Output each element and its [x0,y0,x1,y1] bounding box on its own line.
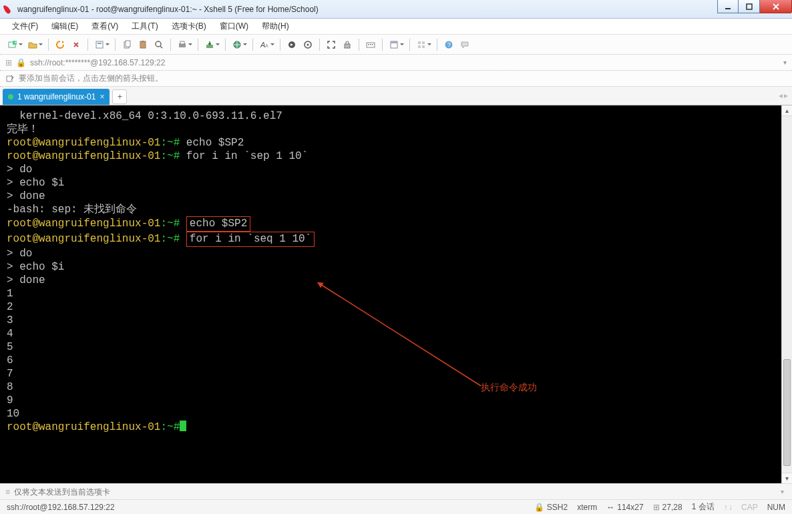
scrollbar-thumb[interactable] [783,359,791,466]
scroll-down-icon[interactable]: ▾ [782,473,792,483]
properties-button[interactable] [92,37,107,52]
toolbar-separator [225,39,226,51]
terminal-line: root@wangruifenglinux-01:~# for i in `se… [7,232,775,247]
comment-button[interactable] [457,37,472,52]
send-menu-icon[interactable]: ≡ [5,487,10,497]
session-tab[interactable]: 1 wangruifenglinux-01 × [3,89,110,105]
address-input[interactable] [30,58,779,67]
cursor-icon [180,421,186,431]
send-dropdown-icon[interactable]: ▾ [778,488,787,495]
vertical-scrollbar[interactable]: ▴ ▾ [781,105,792,483]
toolbar-separator [280,39,280,51]
toolbar-separator [87,39,88,51]
print-button[interactable] [175,37,190,52]
status-bar: ssh://root@192.168.57.129:22 🔒SSH2 xterm… [0,499,792,514]
keyboard-button[interactable] [363,37,378,52]
send-input[interactable] [14,487,774,497]
toolbar-separator [115,39,116,51]
maximize-button[interactable] [739,0,760,13]
terminal-line: 9 [7,394,775,407]
toolbar-separator [170,39,171,51]
svg-rect-25 [372,44,373,45]
add-session-icon[interactable] [5,74,15,83]
status-connection: ssh://root@192.168.57.129:22 [7,503,525,512]
terminal-line: 7 [7,367,775,380]
tab-add-button[interactable]: + [112,89,127,104]
tab-next-icon[interactable]: ▸ [784,91,788,100]
address-bar: ⊞ 🔒 ▾ [0,55,792,71]
terminal-area: kernel-devel.x86_64 0:3.10.0-693.11.6.el… [0,105,792,483]
script-button[interactable] [284,37,299,52]
help-button[interactable]: ? [441,37,456,52]
window-title: wangruifenglinux-01 - root@wangruifengli… [17,5,789,14]
addr-expand-icon[interactable]: ⊞ [5,58,12,67]
transfer-button[interactable] [202,37,217,52]
svg-text:A: A [265,43,268,48]
menubar: 文件(F) 编辑(E) 查看(V) 工具(T) 选项卡(B) 窗口(W) 帮助(… [0,19,792,35]
svg-rect-28 [418,41,421,44]
terminal-line: 2 [7,300,775,314]
svg-rect-9 [140,41,146,48]
menu-window[interactable]: 窗口(W) [214,19,254,33]
layout-button[interactable] [387,37,401,52]
menu-file[interactable]: 文件(F) [7,19,43,33]
status-protocol: 🔒SSH2 [534,503,568,512]
size-icon: ↔ [606,503,614,512]
svg-rect-13 [180,41,184,44]
address-dropdown-icon[interactable]: ▾ [783,59,787,66]
titlebar: wangruifenglinux-01 - root@wangruifengli… [0,0,792,19]
reconnect-button[interactable] [53,37,67,52]
terminal-line: > done [7,190,775,203]
close-button[interactable] [760,0,792,13]
status-sessions: 1 会话 [692,501,715,513]
copy-button[interactable] [120,37,134,52]
fullscreen-button[interactable] [324,37,339,52]
toolbar-separator [198,39,198,51]
svg-point-20 [307,43,309,45]
hint-bar: 要添加当前会话，点击左侧的箭头按钮。 [0,71,792,87]
terminal[interactable]: kernel-devel.x86_64 0:3.10.0-693.11.6.el… [0,105,781,483]
terminal-line: 3 [7,314,775,327]
svg-rect-8 [126,41,130,47]
terminal-line: 完毕！ [7,123,775,136]
target-button[interactable] [301,37,315,52]
toolbar-separator [252,39,253,51]
tab-bar: 1 wangruifenglinux-01 × + ◂ ▸ [0,87,792,105]
terminal-line: 4 [7,327,775,340]
scroll-up-icon[interactable]: ▴ [782,105,792,116]
tab-nav: ◂ ▸ [779,91,788,100]
svg-point-11 [156,41,161,47]
menu-view[interactable]: 查看(V) [86,19,124,33]
menu-edit[interactable]: 编辑(E) [46,19,83,33]
menu-tab[interactable]: 选项卡(B) [166,19,212,33]
terminal-line: > echo $i [7,260,775,274]
new-session-button[interactable]: + [5,37,20,52]
status-cap: CAP [741,503,758,512]
toolbar-separator [437,39,437,51]
tab-close-icon[interactable]: × [100,92,104,101]
web-button[interactable] [230,37,244,52]
status-cursor-pos: ⊞27,28 [653,503,682,512]
open-button[interactable] [25,37,40,52]
disconnect-button[interactable] [69,37,83,52]
tile-button[interactable] [414,37,429,52]
paste-button[interactable] [136,37,150,52]
status-num: NUM [767,503,785,512]
find-button[interactable] [152,37,166,52]
svg-rect-23 [368,44,369,45]
toolbar-separator [409,39,410,51]
status-transfer-icon: ↑ ↓ [724,503,732,512]
menu-tools[interactable]: 工具(T) [126,19,163,33]
lock-icon: 🔒 [534,503,544,512]
toolbar-separator [359,39,359,51]
grid-icon: ⊞ [653,503,660,512]
svg-rect-10 [142,41,144,42]
lock-button[interactable] [340,37,355,52]
font-button[interactable]: AA [257,37,272,52]
tab-prev-icon[interactable]: ◂ [779,91,783,100]
menu-help[interactable]: 帮助(H) [256,19,294,33]
terminal-line: 8 [7,380,775,394]
toolbar-separator [48,39,49,51]
minimize-button[interactable] [717,0,739,13]
svg-rect-29 [422,41,425,44]
